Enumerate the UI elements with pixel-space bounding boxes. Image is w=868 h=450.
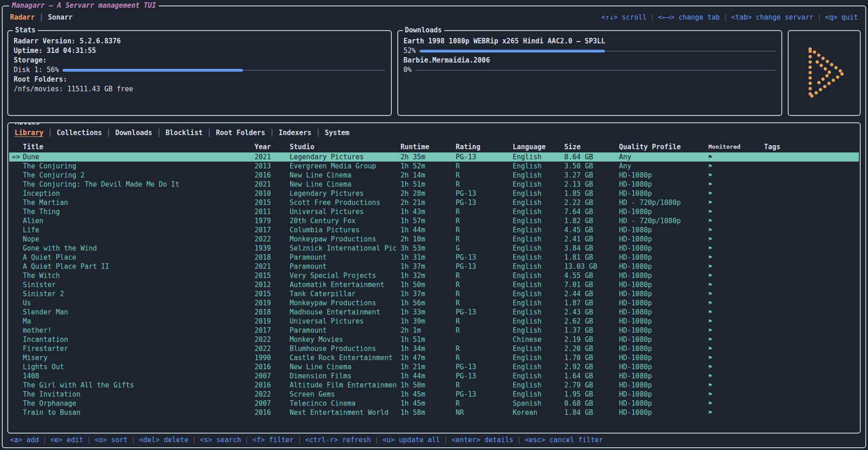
movie-row[interactable]: Nope2022Monkeypaw Productions2h 10mREngl… [9, 235, 859, 244]
movie-row[interactable]: Slender Man2018Madhouse Entertainment1h … [9, 308, 859, 317]
movie-title: mother! [23, 326, 255, 335]
movie-row[interactable]: The Invitation2022Screen Gems1h 45mPG-13… [9, 390, 859, 399]
movie-row[interactable]: =>Dune2021Legendary Pictures2h 35mPG-13E… [9, 152, 859, 162]
tab-root-folders[interactable]: Root Folders [216, 129, 265, 137]
movie-year: 2017 [255, 326, 290, 335]
movie-row[interactable]: mother!2017Paramount2h 1mREnglish1.37 GB… [9, 326, 859, 335]
movie-rating: R [456, 381, 513, 390]
movie-row[interactable]: Sinister2012Automatik Entertainment1h 50… [9, 280, 859, 289]
movie-year: 2017 [255, 225, 290, 235]
column-header-rating: Rating [456, 142, 513, 152]
movie-row[interactable]: Life2017Columbia Pictures1h 44mREnglish4… [9, 225, 859, 235]
movie-runtime: 2h 21m [400, 198, 456, 207]
monitored-flag-icon: ⚑ [708, 326, 764, 335]
movie-row[interactable]: Ma2019Universal Pictures1h 39mREnglish2.… [9, 317, 859, 326]
movie-language: Korean [513, 408, 564, 417]
keybind-separator: | [128, 436, 139, 444]
logo-panel [788, 30, 861, 116]
movie-year: 2007 [255, 372, 290, 381]
monitored-flag-icon: ⚑ [708, 390, 764, 399]
movie-quality-profile: HD-1080p [619, 244, 708, 253]
movie-row[interactable]: The Conjuring: The Devil Made Me Do It20… [9, 180, 859, 189]
tab-separator: │ [203, 129, 216, 137]
top-keybinds: <↑↓> scroll|<←→> change tab|<tab> change… [601, 13, 858, 21]
movie-row[interactable]: The Girl with All the Gifts2016Altitude … [9, 381, 859, 390]
movie-rating: R [456, 280, 513, 289]
keybind-separator: | [513, 436, 525, 444]
movie-size: 13.03 GB [564, 262, 619, 271]
tab-downloads[interactable]: Downloads [115, 129, 152, 137]
tab-library[interactable]: Library [15, 129, 43, 137]
movie-row[interactable]: The Thing2011Universal Pictures1h 43mREn… [9, 207, 859, 216]
movie-size: 1.82 GB [564, 216, 619, 225]
servarr-tab-radarr[interactable]: Radarr [10, 13, 35, 21]
monitored-flag-icon: ⚑ [708, 216, 764, 225]
movie-language: English [513, 280, 564, 289]
movie-size: 2.19 GB [564, 335, 619, 344]
movie-row[interactable]: A Quiet Place2018Paramount1h 31mPG-13Eng… [9, 253, 859, 262]
movie-rating: R [456, 289, 513, 298]
help-bar: <a> add|<e> edit|<o> sort|<del> delete|<… [3, 434, 865, 447]
movie-language: English [513, 372, 564, 381]
movie-row[interactable]: Misery1990Castle Rock Entertainment1h 47… [9, 353, 859, 362]
column-header-language: Language [513, 142, 564, 152]
movie-quality-profile: HD-1080p [619, 308, 708, 317]
movie-row[interactable]: Sinister 22015Tank Caterpillar1h 37mREng… [9, 289, 859, 298]
tab-collections[interactable]: Collections [57, 129, 102, 137]
column-header-year: Year [255, 142, 290, 152]
movie-row[interactable]: A Quiet Place Part II2021Paramount1h 37m… [9, 262, 859, 271]
movie-studio: 20th Century Fox [290, 216, 400, 225]
movie-studio: New Line Cinema [290, 362, 400, 372]
movie-language: English [513, 271, 564, 280]
movie-title: A Quiet Place [23, 253, 255, 262]
movie-year: 1939 [255, 244, 290, 253]
movie-row[interactable]: Incantation2022Monkey Movies1h 51mChines… [9, 335, 859, 344]
movie-row[interactable]: Alien197920th Century Fox1h 57mREnglish1… [9, 216, 859, 225]
keybind-separator: | [814, 13, 825, 21]
movie-row[interactable]: Us2019Monkeypaw Productions1h 56mREnglis… [9, 298, 859, 308]
movie-runtime: 2h 28m [400, 189, 456, 198]
movie-quality-profile: HD-1080p [619, 326, 708, 335]
movie-runtime: 2h 14m [400, 171, 456, 180]
movie-year: 2010 [255, 189, 290, 198]
movie-rating: PG-13 [456, 152, 513, 162]
movie-row[interactable]: Gone with the Wind1939Selznick Internati… [9, 244, 859, 253]
movie-size: 4.45 GB [564, 225, 619, 235]
movie-title: Misery [23, 353, 255, 362]
movie-row[interactable]: Train to Busan2016Next Entertainment Wor… [9, 408, 859, 417]
tab-system[interactable]: System [325, 129, 349, 137]
movie-row[interactable]: Firestarter2022Blumhouse Productions1h 3… [9, 344, 859, 353]
movie-size: 4.55 GB [564, 271, 619, 280]
movie-row[interactable]: The Martian2015Scott Free Productions2h … [9, 198, 859, 207]
tab-blocklist[interactable]: Blocklist [166, 129, 203, 137]
movie-language: Chinese [513, 335, 564, 344]
movie-year: 2018 [255, 308, 290, 317]
tab-indexers[interactable]: Indexers [279, 129, 312, 137]
monitored-flag-icon: ⚑ [708, 317, 764, 326]
movie-title: Train to Busan [23, 408, 255, 417]
stats-panel: Stats Radarr Version: 5.2.6.8376 Uptime:… [7, 30, 392, 116]
keybind-hint: <enter> details [452, 436, 513, 444]
movie-runtime: 1h 56m [400, 298, 456, 308]
movie-row[interactable]: Inception2010Legendary Pictures2h 28mPG-… [9, 189, 859, 198]
movie-row[interactable]: The Conjuring 22016New Line Cinema2h 14m… [9, 171, 859, 180]
download-percent-label: 52% [404, 46, 416, 56]
movie-size: 8.64 GB [564, 152, 619, 162]
monitored-flag-icon: ⚑ [708, 399, 764, 408]
movie-row[interactable]: The Orphanage2007Telecinco Cinema1h 45mR… [9, 399, 859, 408]
keybind-hint: <a> add [10, 436, 39, 444]
monitored-flag-icon: ⚑ [708, 372, 764, 381]
movie-runtime: 1h 37m [400, 262, 456, 271]
servarr-tab-sonarr[interactable]: Sonarr [48, 13, 73, 21]
movie-row[interactable]: The Witch2015Very Special Projects1h 32m… [9, 271, 859, 280]
movie-quality-profile: HD-1080p [619, 280, 708, 289]
movie-rating: G [456, 244, 513, 253]
movie-title: A Quiet Place Part II [23, 262, 255, 271]
column-header-title: Title [23, 142, 255, 152]
movie-row[interactable]: 14082007Dimension Films1h 44mPG-13Englis… [9, 372, 859, 381]
movie-language: English [513, 180, 564, 189]
movie-row[interactable]: Lights Out2016New Line Cinema1h 21mPG-13… [9, 362, 859, 372]
column-header-size: Size [564, 142, 619, 152]
movie-row[interactable]: The Conjuring2013Evergreen Media Group1h… [9, 162, 859, 171]
monitored-flag-icon: ⚑ [708, 262, 764, 271]
